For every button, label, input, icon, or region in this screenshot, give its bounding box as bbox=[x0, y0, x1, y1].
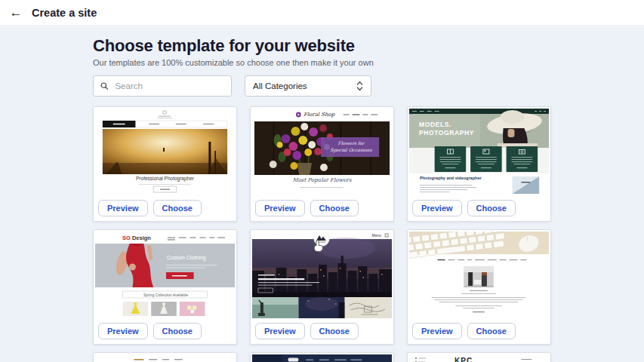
card-actions: Preview Choose bbox=[408, 195, 550, 221]
choose-button[interactable]: Choose bbox=[467, 200, 516, 216]
top-bar: ← Create a site bbox=[0, 0, 644, 26]
preview-button[interactable]: Preview bbox=[98, 323, 148, 339]
fashion-artwork bbox=[95, 232, 235, 318]
preview-button[interactable]: Preview bbox=[412, 200, 462, 216]
photographer-title-text: Professional Photographer bbox=[95, 176, 235, 181]
filter-controls: All Categories bbox=[93, 75, 553, 97]
template-thumbnail-travel[interactable]: Menu bbox=[252, 232, 392, 318]
template-card-photographer: Professional Photographer Preview Choose bbox=[93, 106, 237, 222]
partial-right-logo-text: KPC bbox=[454, 357, 473, 362]
preview-button[interactable]: Preview bbox=[98, 200, 148, 216]
template-thumbnail-partial-left[interactable] bbox=[95, 354, 235, 362]
floral-footer-heading: Most Popular Flowers bbox=[252, 177, 392, 183]
fashion-logo: SG Design bbox=[122, 235, 151, 241]
models-hero-line1: MODELS. bbox=[419, 121, 451, 128]
preview-button[interactable]: Preview bbox=[255, 200, 305, 216]
models-article-heading: Photography and videographer bbox=[420, 176, 482, 180]
category-dropdown[interactable]: All Categories bbox=[245, 75, 371, 97]
photographer-artwork bbox=[95, 109, 235, 195]
feature-boxes bbox=[435, 146, 538, 172]
search-input[interactable] bbox=[113, 81, 224, 91]
template-card-models: MODELS. PHOTOGRAPHY Photography and vide… bbox=[407, 106, 551, 222]
template-card-partial-right: KPC bbox=[407, 352, 551, 362]
template-card-consulting: Preview Choose bbox=[407, 229, 551, 345]
models-hero-line2: PHOTOGRAPHY bbox=[419, 129, 474, 137]
chevron-updown-icon bbox=[356, 81, 363, 91]
back-arrow-icon[interactable]: ← bbox=[8, 5, 24, 21]
create-site-screen: ← Create a site Choose template for your… bbox=[0, 0, 644, 362]
choose-button[interactable]: Choose bbox=[467, 323, 516, 339]
floral-banner-line1: Flowers for bbox=[322, 140, 381, 146]
fashion-banner-text: Spring Collection Available bbox=[123, 293, 208, 297]
template-thumbnail-floral[interactable]: Floral Shop Flowers for Special Occasion… bbox=[252, 109, 392, 195]
fashion-logo-accent: SG bbox=[122, 235, 131, 241]
card-actions: Preview Choose bbox=[251, 318, 393, 344]
choose-button[interactable]: Choose bbox=[310, 200, 359, 216]
template-card-partial-left bbox=[93, 352, 237, 362]
search-icon bbox=[100, 81, 108, 90]
card-actions: Preview Choose bbox=[94, 318, 236, 344]
preview-button[interactable]: Preview bbox=[255, 323, 305, 339]
card-actions: Preview Choose bbox=[251, 195, 393, 221]
floral-logo-text: Floral Shop bbox=[304, 112, 334, 118]
main-heading: Choose template for your website bbox=[93, 36, 553, 56]
category-value: All Categories bbox=[253, 81, 307, 90]
product-thumbnails bbox=[123, 302, 205, 316]
card-actions: Preview Choose bbox=[408, 318, 550, 344]
template-card-travel: Menu Preview Choose bbox=[250, 229, 394, 345]
partial-left-artwork bbox=[95, 354, 235, 362]
nav-links bbox=[438, 259, 527, 260]
template-card-floral: Floral Shop Flowers for Special Occasion… bbox=[250, 106, 394, 222]
partial-middle-artwork bbox=[252, 354, 392, 362]
page-title: Create a site bbox=[32, 7, 97, 19]
floral-banner-line2: Special Occasions bbox=[322, 147, 381, 152]
choose-button[interactable]: Choose bbox=[310, 323, 359, 339]
template-thumbnail-consulting[interactable] bbox=[409, 232, 549, 318]
partial-right-artwork bbox=[409, 354, 549, 362]
template-thumbnail-partial-middle[interactable] bbox=[252, 354, 392, 362]
consulting-artwork bbox=[409, 232, 549, 318]
search-box[interactable] bbox=[93, 75, 232, 97]
template-card-fashion: SG Design Custom Clothing Spring Collect… bbox=[93, 229, 237, 345]
hand-cursor-icon bbox=[312, 240, 323, 253]
choose-button[interactable]: Choose bbox=[153, 200, 202, 216]
template-thumbnail-fashion[interactable]: SG Design Custom Clothing Spring Collect… bbox=[95, 232, 235, 318]
template-thumbnail-models[interactable]: MODELS. PHOTOGRAPHY Photography and vide… bbox=[409, 109, 549, 195]
template-card-partial-middle bbox=[250, 352, 394, 362]
fashion-logo-text: Design bbox=[132, 235, 151, 241]
sub-heading: Our templates are 100% customizable so c… bbox=[93, 58, 553, 67]
preview-button[interactable]: Preview bbox=[412, 323, 462, 339]
bottom-photo-strip bbox=[252, 297, 392, 318]
office-photo bbox=[464, 266, 494, 287]
fashion-hero-heading: Custom Clothing bbox=[167, 255, 206, 260]
template-grid: Professional Photographer Preview Choose bbox=[93, 106, 551, 362]
content-header: Choose template for your website Our tem… bbox=[93, 25, 553, 97]
card-actions: Preview Choose bbox=[94, 195, 236, 221]
template-thumbnail-partial-right[interactable]: KPC bbox=[409, 354, 549, 362]
choose-button[interactable]: Choose bbox=[153, 323, 202, 339]
travel-menu-label: Menu bbox=[371, 233, 381, 238]
template-thumbnail-photographer[interactable]: Professional Photographer bbox=[95, 109, 235, 195]
